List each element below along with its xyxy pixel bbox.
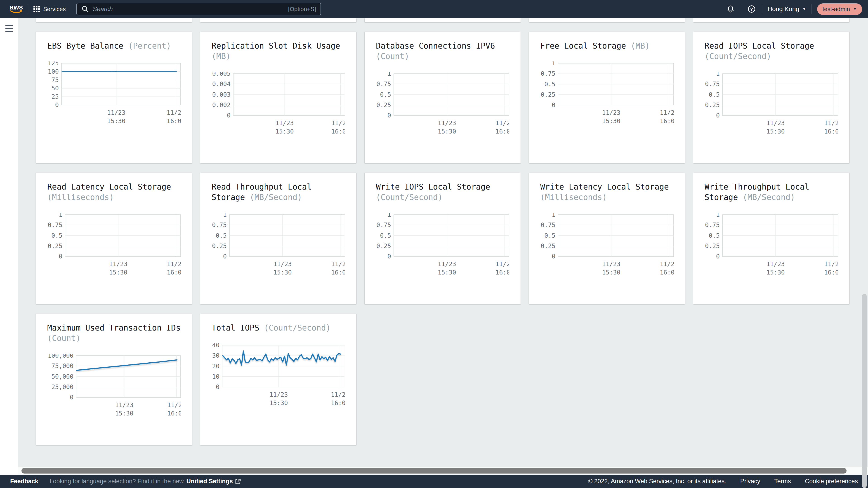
chart-card[interactable]: Read Throughput Local Storage (MB/Second… [200,173,356,304]
chart-card[interactable]: Write Latency Local Storage (Millisecond… [529,173,685,304]
search-shortcut-hint: [Option+S] [288,6,316,13]
svg-text:16:00: 16:00 [660,269,674,275]
svg-text:11/23: 11/23 [166,109,181,116]
vertical-scrollbar-thumb[interactable] [862,294,867,488]
chart-title: Read Throughput Local Storage (MB/Second… [212,182,345,202]
services-label: Services [43,6,66,13]
region-label: Hong Kong [768,5,799,13]
chart-title: Maximum Used Transaction IDs (Count) [47,323,181,344]
svg-text:50,000: 50,000 [51,373,73,380]
search-input[interactable] [92,5,288,13]
svg-text:0.75: 0.75 [705,80,720,88]
help-button[interactable]: ? [747,4,756,14]
chart-card[interactable]: Total IOPS (Count/Second)40302010011/231… [200,314,356,445]
svg-text:0.75: 0.75 [48,221,62,228]
svg-text:11/23: 11/23 [766,260,784,267]
global-search[interactable]: [Option+S] [76,3,321,15]
open-menu-button[interactable] [5,25,13,32]
chart-card[interactable]: Replication Slot Disk Usage (MB)0.0050.0… [200,32,356,163]
svg-text:0.5: 0.5 [544,232,555,239]
aws-logo[interactable]: aws [9,4,23,14]
chart-plot[interactable]: 10.750.50.25011/2315:3011/2316:00 [376,213,509,275]
chart-card[interactable]: Write Throughput Local Storage (MB/Secon… [693,173,849,304]
svg-text:0.5: 0.5 [709,232,720,239]
chart-plot[interactable]: 10.750.50.25011/2315:3011/2316:00 [47,213,181,275]
chart-card-partial[interactable] [36,18,192,22]
notifications-button[interactable] [725,4,736,14]
svg-text:11/23: 11/23 [438,260,456,267]
chart-card-partial[interactable] [365,18,521,22]
svg-text:11/23: 11/23 [495,260,509,267]
chart-unit: (Percent) [123,41,171,51]
chart-card[interactable]: EBS Byte Balance (Percent)12510075502501… [36,32,192,163]
external-link-icon [235,479,241,484]
chart-card-partial[interactable] [200,18,356,22]
svg-text:1: 1 [223,213,227,218]
hamburger-icon [5,25,13,26]
chart-plot[interactable]: 10.750.50.25011/2315:3011/2316:00 [705,213,838,275]
services-menu-button[interactable]: Services [33,6,66,13]
svg-text:1: 1 [716,72,720,77]
svg-text:0: 0 [552,253,555,260]
cookie-preferences-link[interactable]: Cookie preferences [805,478,858,485]
chart-plot[interactable]: 10.750.50.25011/2315:3011/2316:00 [540,213,674,275]
aws-smile-icon [10,10,23,14]
chart-card[interactable]: Database Connections IPV6 (Count)10.750.… [365,32,521,163]
svg-text:0.25: 0.25 [212,242,227,250]
svg-text:0: 0 [388,112,391,119]
svg-text:16:00: 16:00 [495,128,509,135]
chart-plot[interactable]: 100,00075,00050,00025,000011/2315:3011/2… [47,354,181,417]
chart-card-partial[interactable] [693,18,849,22]
chart-title: Write Latency Local Storage (Millisecond… [540,182,674,202]
chart-unit: (MB/Second) [245,193,302,202]
chart-plot[interactable]: 10.750.50.25011/2315:3011/2316:00 [212,213,345,275]
svg-text:15:30: 15:30 [438,128,456,135]
svg-text:16:00: 16:00 [167,410,181,417]
chart-unit: (Milliseconds) [540,193,607,202]
svg-text:15:30: 15:30 [602,118,620,124]
search-icon [81,5,89,13]
svg-text:0.25: 0.25 [541,242,555,250]
nav-divider [811,4,812,14]
svg-text:0.25: 0.25 [705,101,720,108]
region-selector[interactable]: Hong Kong ▼ [768,5,806,13]
chart-card-partial[interactable] [529,18,685,22]
svg-text:0: 0 [223,253,227,260]
svg-text:11/23: 11/23 [495,120,509,127]
svg-text:11/23: 11/23 [331,120,345,127]
chart-card[interactable]: Read IOPS Local Storage (Count/Second)10… [693,32,849,163]
horizontal-scrollbar-thumb[interactable] [22,468,846,474]
svg-text:1: 1 [716,213,720,218]
chart-plot[interactable]: 10.750.50.25011/2315:3011/2316:00 [705,72,838,135]
svg-text:16:00: 16:00 [331,269,345,275]
privacy-link[interactable]: Privacy [740,478,761,485]
chart-card[interactable]: Read Latency Local Storage (Milliseconds… [36,173,192,304]
svg-text:11/23: 11/23 [824,260,838,267]
terms-link[interactable]: Terms [774,478,791,485]
chart-plot[interactable]: 40302010011/2315:3011/2316:00 [212,344,345,406]
bell-icon [726,5,735,13]
chart-plot[interactable]: 0.0050.0040.0030.002011/2315:3011/2316:0… [212,72,345,135]
nav-divider [741,4,741,14]
feedback-link[interactable]: Feedback [10,478,38,485]
svg-text:0.75: 0.75 [376,221,391,228]
svg-text:1: 1 [552,61,555,67]
svg-text:0: 0 [59,253,62,260]
svg-text:100: 100 [48,68,59,75]
chart-card[interactable]: Free Local Storage (MB)10.750.50.25011/2… [529,32,685,163]
chart-plot[interactable]: 10.750.50.25011/2315:3011/2316:00 [540,61,674,124]
svg-text:0: 0 [388,253,391,260]
unified-settings-link[interactable]: Unified Settings [186,478,241,485]
svg-text:1: 1 [552,213,555,218]
svg-text:0: 0 [216,383,219,390]
chart-plot[interactable]: 125100755025011/2315:3011/2316:00 [47,61,181,124]
chart-card[interactable]: Maximum Used Transaction IDs (Count)100,… [36,314,192,445]
chart-card[interactable]: Write IOPS Local Storage (Count/Second)1… [365,173,521,304]
chart-plot[interactable]: 10.750.50.25011/2315:3011/2316:00 [376,72,509,135]
svg-text:0.25: 0.25 [376,242,391,250]
horizontal-scrollbar-track[interactable] [18,467,868,475]
svg-text:11/23: 11/23 [602,109,620,116]
account-menu[interactable]: test-admin ▼ [817,3,862,15]
svg-text:16:00: 16:00 [166,118,181,124]
svg-text:15:30: 15:30 [107,118,125,124]
